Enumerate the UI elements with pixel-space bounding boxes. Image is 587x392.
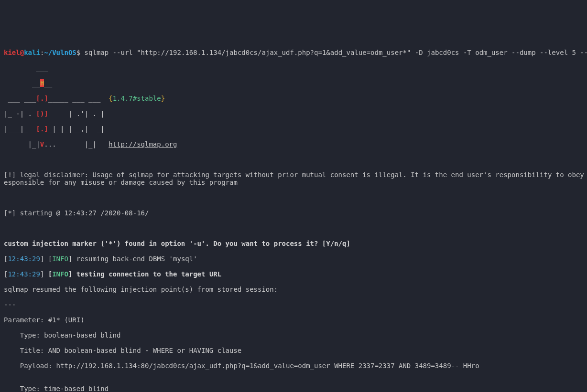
ascii-art-line3: |_ -| . [)] | .'| . | — [4, 110, 583, 117]
version-close: } — [161, 95, 165, 102]
prompt-dollar: $ — [76, 49, 80, 56]
blank-line — [4, 156, 583, 163]
custom-marker-prompt[interactable]: custom injection marker ('*') found in o… — [4, 240, 583, 247]
ascii-art-line4: |___|_ [.]_|_|_|__,| _| — [4, 125, 583, 133]
param-line: Title: AND boolean-based blind - WHERE o… — [4, 347, 583, 354]
resumed-line: sqlmap resumed the following injection p… — [4, 286, 583, 293]
prompt-at: @ — [20, 49, 24, 56]
log-line: [12:43:29] [INFO] resuming back-end DBMS… — [4, 255, 583, 263]
log-line: [12:43:29] [INFO] testing connection to … — [4, 270, 583, 278]
blank-line — [4, 194, 583, 201]
command-text: sqlmap --url "http://192.168.1.134/jabcd… — [80, 49, 587, 56]
ascii-art-line5: |_|V... |_| http://sqlmap.org — [4, 140, 583, 148]
param-line: Payload: http://192.168.1.134:80/jabcd0c… — [4, 362, 583, 370]
version-text: 1.4.7#stable — [113, 95, 161, 102]
sqlmap-url-link[interactable]: http://sqlmap.org — [109, 140, 177, 148]
dashes: --- — [4, 301, 583, 308]
terminal-window[interactable]: kiel@kali:~/VulnOS$ sqlmap --url "http:/… — [0, 38, 587, 392]
param-line: Type: boolean-based blind — [4, 331, 583, 339]
starting-line: [*] starting @ 12:43:27 /2020-08-16/ — [4, 209, 583, 217]
param-line: Type: time-based blind — [4, 385, 583, 392]
version-open: { — [109, 95, 112, 102]
prompt-path: ~/VulnOS — [44, 49, 76, 56]
prompt-user: kiel — [4, 49, 20, 56]
ascii-art-line1: __H__ — [4, 79, 583, 87]
prompt-line: kiel@kali:~/VulnOS$ sqlmap --url "http:/… — [4, 49, 583, 56]
prompt-host: kali — [24, 49, 40, 56]
legal-disclaimer: [!] legal disclaimer: Usage of sqlmap fo… — [4, 171, 583, 186]
ascii-art-line0: ___ — [4, 64, 583, 72]
blank-line — [4, 224, 583, 232]
param-line: Parameter: #1* (URI) — [4, 316, 583, 324]
ascii-art-line2: ___ ___[.]_____ ___ ___ {1.4.7#stable} — [4, 95, 583, 102]
